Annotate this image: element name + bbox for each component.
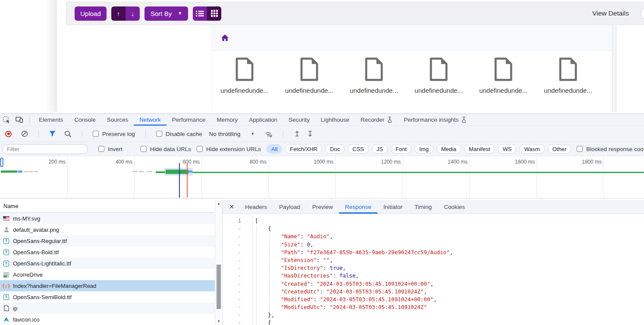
request-row-default-avatar-png[interactable]: default_avatar.png: [0, 224, 222, 235]
device-toolbar-icon[interactable]: [13, 114, 26, 126]
tab-performance[interactable]: Performance: [166, 114, 211, 126]
line-number[interactable]: -: [223, 311, 241, 319]
filter-pill-fetch-xhr[interactable]: Fetch/XHR: [285, 144, 322, 154]
line-number[interactable]: -: [223, 296, 241, 303]
tab-recorder[interactable]: Recorder: [355, 114, 399, 126]
file-item[interactable]: undefinedunde...: [406, 57, 471, 94]
tab-performance-insights[interactable]: Performance insights: [398, 114, 472, 126]
line-number[interactable]: -: [223, 241, 241, 249]
line-number[interactable]: -: [223, 272, 241, 280]
clear-network-log-icon[interactable]: [21, 130, 28, 137]
line-number[interactable]: -: [223, 280, 241, 288]
sort-ascending-button[interactable]: ↑: [111, 6, 126, 21]
tab-security[interactable]: Security: [283, 114, 315, 126]
response-tab-preview[interactable]: Preview: [306, 200, 339, 214]
timeline-drag-handle[interactable]: [0, 158, 3, 167]
grid-view-button[interactable]: [207, 6, 221, 21]
disable-cache-checkbox[interactable]: Disable cache: [156, 131, 202, 137]
filter-pill-other[interactable]: Other: [548, 144, 572, 154]
throttling-select[interactable]: No throttling ▼: [209, 131, 255, 137]
scrollbar-thumb[interactable]: [217, 265, 221, 309]
filter-pill-img[interactable]: Img: [415, 144, 434, 154]
network-overview-timeline[interactable]: 200 ms400 ms600 ms800 ms1000 ms1200 ms14…: [0, 156, 644, 199]
filter-pill-all[interactable]: All: [267, 144, 282, 154]
file-item[interactable]: undefinedunde...: [342, 57, 406, 94]
response-tab-strip: HeadersPayloadPreviewResponseInitiatorTi…: [239, 200, 471, 214]
line-number[interactable]: 1: [223, 217, 241, 225]
tab-network[interactable]: Network: [134, 114, 166, 126]
tab-lighthouse[interactable]: Lighthouse: [315, 114, 355, 126]
file-panel-scrollbar[interactable]: [612, 25, 616, 112]
invert-checkbox[interactable]: Invert: [98, 146, 123, 152]
request-row-index-handler-filemanagerread[interactable]: {;}Index?handler=FileManagerRead: [0, 280, 222, 291]
search-icon[interactable]: [64, 130, 72, 138]
close-icon[interactable]: ✕: [224, 200, 239, 214]
file-item[interactable]: undefinedunde...: [471, 57, 536, 94]
response-tab-timing[interactable]: Timing: [408, 200, 438, 214]
tab-sources[interactable]: Sources: [101, 114, 134, 126]
request-row-ms-my-svg[interactable]: ms-MY.svg: [0, 213, 222, 224]
export-har-icon[interactable]: ↧: [307, 130, 313, 138]
filter-pill-wasm[interactable]: Wasm: [519, 144, 544, 154]
tab-memory[interactable]: Memory: [211, 114, 243, 126]
home-icon[interactable]: [221, 35, 229, 41]
line-number[interactable]: -: [223, 303, 241, 311]
record-network-log-icon[interactable]: [5, 131, 12, 137]
file-label: undefinedunde...: [285, 87, 333, 94]
line-number[interactable]: -: [223, 233, 241, 240]
filter-pill-css[interactable]: CSS: [348, 144, 369, 154]
request-row-opensans-lightitalic-ttf[interactable]: TOpenSans-LightItalic.ttf: [0, 258, 222, 269]
code-line: - "Created": "2024-03-05T03:05:45.109102…: [223, 280, 644, 288]
inspect-element-icon[interactable]: [0, 114, 13, 126]
response-tab-initiator[interactable]: Initiator: [377, 200, 408, 214]
network-conditions-icon[interactable]: [264, 130, 273, 138]
filter-pill-font[interactable]: Font: [391, 144, 412, 154]
hide-extension-urls-checkbox[interactable]: Hide extension URLs: [197, 146, 261, 152]
response-body-viewer[interactable]: 1[- {- "Name": "Audio",- "Size": 0,- "Pa…: [223, 214, 644, 325]
filter-pill-ws[interactable]: WS: [498, 144, 516, 154]
blocked-response-cookies-checkbox[interactable]: Blocked response cookies: [577, 146, 644, 152]
gutter-separator: [241, 264, 253, 272]
response-tab-headers[interactable]: Headers: [239, 200, 273, 214]
sort-descending-button[interactable]: ↓: [126, 6, 140, 21]
file-icon: [429, 57, 449, 81]
view-details-toggle-partial[interactable]: [641, 7, 644, 20]
line-number[interactable]: -: [223, 249, 241, 256]
request-list-header[interactable]: Name: [0, 200, 222, 213]
hide-data-urls-checkbox[interactable]: Hide data URLs: [141, 146, 191, 152]
preserve-log-checkbox[interactable]: Preserve log: [93, 131, 135, 137]
tab-elements[interactable]: Elements: [33, 114, 69, 126]
line-number[interactable]: -: [223, 288, 241, 296]
tab-application[interactable]: Application: [243, 114, 283, 126]
request-row-opensans-regular-ttf[interactable]: TOpenSans-Regular.ttf: [0, 235, 222, 246]
request-row-ip[interactable]: ip: [0, 303, 222, 314]
upload-button[interactable]: Upload: [75, 6, 107, 21]
line-number[interactable]: -: [223, 264, 241, 272]
filter-toggle-icon[interactable]: [49, 131, 56, 137]
request-row-acorredrive[interactable]: AcorreDrive: [0, 269, 222, 280]
file-item[interactable]: undefinedunde...: [277, 57, 342, 94]
filter-pill-manifest[interactable]: Manifest: [464, 144, 495, 154]
scroll-up-icon[interactable]: ▲: [215, 202, 222, 205]
response-tab-payload[interactable]: Payload: [273, 200, 306, 214]
response-tab-cookies[interactable]: Cookies: [438, 200, 471, 214]
filter-pill-doc[interactable]: Doc: [325, 144, 345, 154]
tab-console[interactable]: Console: [69, 114, 101, 126]
list-view-button[interactable]: [193, 6, 207, 21]
line-number[interactable]: -: [223, 319, 241, 325]
line-number[interactable]: -: [223, 256, 241, 264]
network-filter-input[interactable]: [2, 144, 88, 154]
request-row-opensans-bold-ttf[interactable]: TOpenSans-Bold.ttf: [0, 246, 222, 258]
import-har-icon[interactable]: ↥: [294, 130, 300, 138]
filter-pill-media[interactable]: Media: [437, 144, 461, 154]
filter-pill-js[interactable]: JS: [372, 144, 388, 154]
sort-by-button[interactable]: Sort By ▼: [145, 6, 188, 21]
line-number[interactable]: -: [223, 225, 241, 233]
scroll-down-icon[interactable]: ▼: [215, 319, 222, 323]
view-details-label[interactable]: View Details: [592, 9, 629, 17]
request-row-favicon-ico[interactable]: favicon.ico: [0, 314, 222, 325]
request-row-opensans-semibold-ttf[interactable]: TOpenSans-SemiBold.ttf: [0, 291, 222, 303]
response-tab-response[interactable]: Response: [339, 200, 377, 214]
file-item[interactable]: undefinedunde...: [212, 57, 277, 94]
file-item[interactable]: undefinedunde...: [536, 57, 600, 94]
